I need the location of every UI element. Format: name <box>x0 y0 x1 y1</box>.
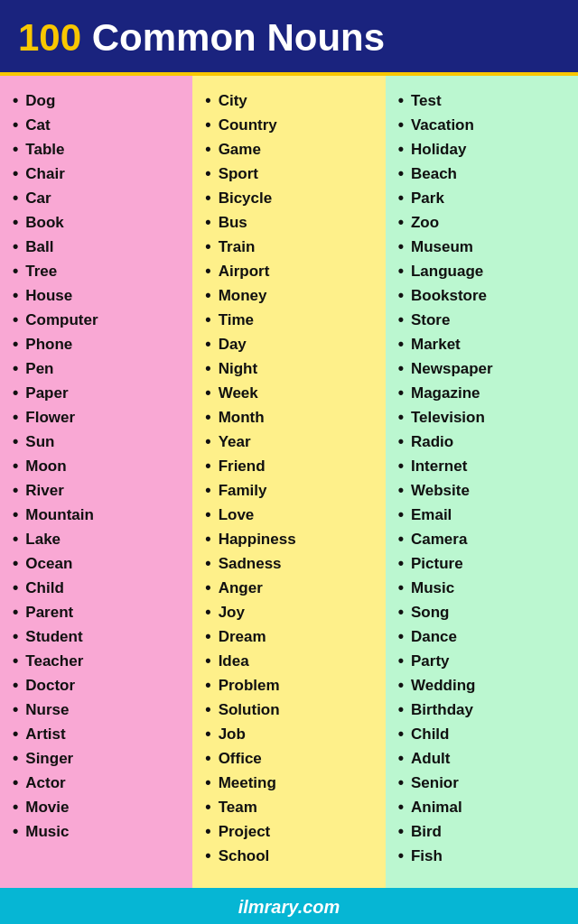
list-item: Book <box>13 210 183 235</box>
list-item: Meeting <box>205 771 376 795</box>
list-item: Market <box>398 332 569 356</box>
list-item: Week <box>205 381 376 405</box>
list-item: Job <box>205 722 376 746</box>
list-item: Wedding <box>398 673 569 698</box>
list-item: Year <box>205 430 376 454</box>
list-item: Email <box>398 503 569 527</box>
list-item: Table <box>13 137 183 162</box>
header-highlight: 100 <box>18 16 81 59</box>
list-item: Child <box>398 722 569 746</box>
list-item: Artist <box>13 722 183 746</box>
list-item: Animal <box>398 795 569 819</box>
header: 100 Common Nouns <box>0 0 578 76</box>
list-item: Anger <box>205 576 376 600</box>
list-item: Country <box>205 113 376 137</box>
list-item: Zoo <box>398 210 569 235</box>
list-item: Bird <box>398 819 569 844</box>
list-item: Sport <box>205 162 376 186</box>
list-item: Month <box>205 405 376 430</box>
list-item: Sun <box>13 430 183 454</box>
list-item: Office <box>205 746 376 771</box>
list-item: Test <box>398 88 569 113</box>
list-item: Phone <box>13 332 183 356</box>
list-item: Game <box>205 137 376 162</box>
list-item: Music <box>13 819 183 844</box>
list-item: Cat <box>13 113 183 137</box>
list-item: Holiday <box>398 137 569 162</box>
list-item: Ball <box>13 235 183 259</box>
list-item: Car <box>13 186 183 210</box>
list-item: Store <box>398 308 569 332</box>
list-item: Beach <box>398 162 569 186</box>
list-item: Tree <box>13 259 183 283</box>
list-item: Bookstore <box>398 283 569 308</box>
list-item: Parent <box>13 600 183 624</box>
list-item: Computer <box>13 308 183 332</box>
list-item: Chair <box>13 162 183 186</box>
list-item: Doctor <box>13 673 183 698</box>
list-item: Magazine <box>398 381 569 405</box>
col2-list: CityCountryGameSportBicycleBusTrainAirpo… <box>205 88 376 868</box>
list-item: City <box>205 88 376 113</box>
list-item: Family <box>205 478 376 503</box>
column-1: DogCatTableChairCarBookBallTreeHouseComp… <box>0 76 192 888</box>
list-item: Music <box>398 576 569 600</box>
list-item: Adult <box>398 746 569 771</box>
list-item: Friend <box>205 454 376 478</box>
list-item: Money <box>205 283 376 308</box>
list-item: Website <box>398 478 569 503</box>
list-item: Song <box>398 600 569 624</box>
col3-list: TestVacationHolidayBeachParkZooMuseumLan… <box>398 88 569 868</box>
list-item: Train <box>205 235 376 259</box>
list-item: Child <box>13 576 183 600</box>
list-item: Museum <box>398 235 569 259</box>
list-item: Sadness <box>205 551 376 576</box>
list-item: Vacation <box>398 113 569 137</box>
header-title: 100 Common Nouns <box>18 16 385 59</box>
list-item: Night <box>205 356 376 381</box>
col1-list: DogCatTableChairCarBookBallTreeHouseComp… <box>13 88 183 844</box>
list-item: Senior <box>398 771 569 795</box>
list-item: House <box>13 283 183 308</box>
list-item: Television <box>398 405 569 430</box>
list-item: Actor <box>13 771 183 795</box>
list-item: Party <box>398 649 569 673</box>
list-item: Ocean <box>13 551 183 576</box>
list-item: Bicycle <box>205 186 376 210</box>
list-item: Moon <box>13 454 183 478</box>
list-item: Solution <box>205 698 376 722</box>
list-item: Student <box>13 624 183 649</box>
list-item: Day <box>205 332 376 356</box>
list-item: Pen <box>13 356 183 381</box>
list-item: Radio <box>398 430 569 454</box>
column-2: CityCountryGameSportBicycleBusTrainAirpo… <box>192 76 385 888</box>
list-item: Airport <box>205 259 376 283</box>
list-item: Love <box>205 503 376 527</box>
list-item: Singer <box>13 746 183 771</box>
list-item: Fish <box>398 844 569 868</box>
list-item: Project <box>205 819 376 844</box>
list-item: Bus <box>205 210 376 235</box>
list-item: Mountain <box>13 503 183 527</box>
list-item: Problem <box>205 673 376 698</box>
list-item: Internet <box>398 454 569 478</box>
header-main-title: Common Nouns <box>92 16 385 59</box>
list-item: River <box>13 478 183 503</box>
list-item: Idea <box>205 649 376 673</box>
list-item: Movie <box>13 795 183 819</box>
list-item: Joy <box>205 600 376 624</box>
list-item: Paper <box>13 381 183 405</box>
list-item: Camera <box>398 527 569 551</box>
list-item: Dream <box>205 624 376 649</box>
list-item: Park <box>398 186 569 210</box>
list-item: School <box>205 844 376 868</box>
footer: ilmrary.com <box>0 888 578 924</box>
list-item: Happiness <box>205 527 376 551</box>
list-item: Picture <box>398 551 569 576</box>
list-item: Language <box>398 259 569 283</box>
list-item: Nurse <box>13 698 183 722</box>
column-3: TestVacationHolidayBeachParkZooMuseumLan… <box>386 76 578 888</box>
list-item: Lake <box>13 527 183 551</box>
list-item: Dance <box>398 624 569 649</box>
footer-url: ilmrary.com <box>238 897 340 917</box>
